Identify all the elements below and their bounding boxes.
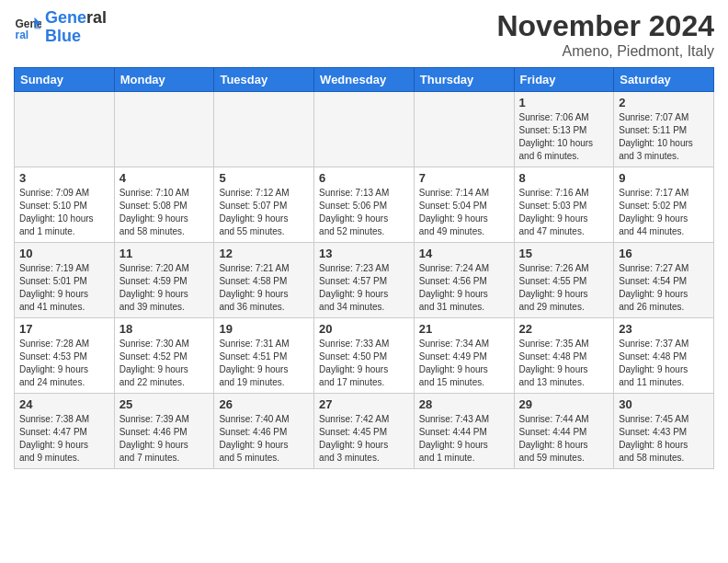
logo: Gene ral General Blue — [14, 9, 107, 46]
day-info: Sunrise: 7:33 AMSunset: 4:50 PMDaylight:… — [319, 338, 409, 389]
day-number: 17 — [19, 322, 109, 336]
day-info: Sunrise: 7:38 AMSunset: 4:47 PMDaylight:… — [19, 413, 109, 465]
calendar-cell: 13Sunrise: 7:23 AMSunset: 4:57 PMDayligh… — [314, 243, 415, 318]
day-info: Sunrise: 7:24 AMSunset: 4:56 PMDaylight:… — [419, 262, 509, 314]
weekday-header-monday: Monday — [114, 68, 214, 92]
day-number: 9 — [619, 171, 709, 185]
day-info: Sunrise: 7:34 AMSunset: 4:49 PMDaylight:… — [419, 338, 509, 389]
calendar-cell: 28Sunrise: 7:43 AMSunset: 4:44 PMDayligh… — [414, 394, 514, 469]
calendar-cell: 26Sunrise: 7:40 AMSunset: 4:46 PMDayligh… — [214, 394, 314, 469]
day-info: Sunrise: 7:12 AMSunset: 5:07 PMDaylight:… — [219, 187, 309, 238]
calendar-cell: 16Sunrise: 7:27 AMSunset: 4:54 PMDayligh… — [614, 243, 714, 318]
day-number: 30 — [619, 397, 709, 411]
logo-icon: Gene ral — [14, 14, 41, 41]
calendar-cell: 22Sunrise: 7:35 AMSunset: 4:48 PMDayligh… — [514, 318, 614, 394]
day-number: 4 — [119, 171, 210, 185]
weekday-header-wednesday: Wednesday — [314, 68, 415, 92]
calendar-cell: 27Sunrise: 7:42 AMSunset: 4:45 PMDayligh… — [314, 394, 415, 469]
calendar-cell: 4Sunrise: 7:10 AMSunset: 5:08 PMDaylight… — [114, 167, 214, 243]
header: Gene ral General Blue November 2024 Amen… — [14, 9, 714, 60]
day-info: Sunrise: 7:19 AMSunset: 5:01 PMDaylight:… — [19, 262, 109, 314]
day-number: 29 — [519, 397, 609, 411]
logo-text: General Blue — [45, 9, 107, 46]
day-info: Sunrise: 7:16 AMSunset: 5:03 PMDaylight:… — [519, 187, 609, 238]
calendar-cell: 11Sunrise: 7:20 AMSunset: 4:59 PMDayligh… — [114, 243, 214, 318]
calendar-week-row: 1Sunrise: 7:06 AMSunset: 5:13 PMDaylight… — [15, 92, 714, 167]
day-info: Sunrise: 7:06 AMSunset: 5:13 PMDaylight:… — [519, 111, 609, 163]
calendar-cell — [15, 92, 115, 167]
weekday-header-row: SundayMondayTuesdayWednesdayThursdayFrid… — [15, 68, 714, 92]
weekday-header-saturday: Saturday — [614, 68, 714, 92]
day-number: 22 — [519, 322, 609, 336]
day-info: Sunrise: 7:37 AMSunset: 4:48 PMDaylight:… — [619, 338, 709, 389]
day-number: 25 — [119, 397, 210, 411]
day-number: 20 — [319, 322, 409, 336]
weekday-header-sunday: Sunday — [15, 68, 115, 92]
day-number: 19 — [219, 322, 309, 336]
calendar-cell: 24Sunrise: 7:38 AMSunset: 4:47 PMDayligh… — [15, 394, 115, 469]
day-number: 16 — [619, 247, 709, 260]
calendar-cell: 7Sunrise: 7:14 AMSunset: 5:04 PMDaylight… — [414, 167, 514, 243]
calendar-cell: 9Sunrise: 7:17 AMSunset: 5:02 PMDaylight… — [614, 167, 714, 243]
calendar-cell: 30Sunrise: 7:45 AMSunset: 4:43 PMDayligh… — [614, 394, 714, 469]
calendar-cell: 10Sunrise: 7:19 AMSunset: 5:01 PMDayligh… — [15, 243, 115, 318]
calendar-cell: 23Sunrise: 7:37 AMSunset: 4:48 PMDayligh… — [614, 318, 714, 394]
day-info: Sunrise: 7:44 AMSunset: 4:44 PMDaylight:… — [519, 413, 609, 465]
day-info: Sunrise: 7:28 AMSunset: 4:53 PMDaylight:… — [19, 338, 109, 389]
day-number: 3 — [19, 171, 109, 185]
month-title: November 2024 — [496, 9, 714, 43]
calendar-cell: 29Sunrise: 7:44 AMSunset: 4:44 PMDayligh… — [514, 394, 614, 469]
day-number: 23 — [619, 322, 709, 336]
day-info: Sunrise: 7:07 AMSunset: 5:11 PMDaylight:… — [619, 111, 709, 163]
calendar-cell — [314, 92, 415, 167]
calendar-cell: 6Sunrise: 7:13 AMSunset: 5:06 PMDaylight… — [314, 167, 415, 243]
weekday-header-tuesday: Tuesday — [214, 68, 314, 92]
calendar-cell: 20Sunrise: 7:33 AMSunset: 4:50 PMDayligh… — [314, 318, 415, 394]
day-number: 26 — [219, 397, 309, 411]
calendar-cell: 15Sunrise: 7:26 AMSunset: 4:55 PMDayligh… — [514, 243, 614, 318]
calendar-cell: 18Sunrise: 7:30 AMSunset: 4:52 PMDayligh… — [114, 318, 214, 394]
calendar-cell: 12Sunrise: 7:21 AMSunset: 4:58 PMDayligh… — [214, 243, 314, 318]
day-number: 2 — [619, 96, 709, 109]
day-info: Sunrise: 7:40 AMSunset: 4:46 PMDaylight:… — [219, 413, 309, 465]
day-number: 1 — [519, 96, 609, 109]
day-info: Sunrise: 7:43 AMSunset: 4:44 PMDaylight:… — [419, 413, 509, 465]
calendar-week-row: 17Sunrise: 7:28 AMSunset: 4:53 PMDayligh… — [15, 318, 714, 394]
day-number: 13 — [319, 247, 409, 260]
svg-text:ral: ral — [16, 29, 29, 41]
day-info: Sunrise: 7:27 AMSunset: 4:54 PMDaylight:… — [619, 262, 709, 314]
day-info: Sunrise: 7:13 AMSunset: 5:06 PMDaylight:… — [319, 187, 409, 238]
location: Ameno, Piedmont, Italy — [496, 43, 714, 60]
calendar-cell: 8Sunrise: 7:16 AMSunset: 5:03 PMDaylight… — [514, 167, 614, 243]
day-info: Sunrise: 7:45 AMSunset: 4:43 PMDaylight:… — [619, 413, 709, 465]
day-number: 27 — [319, 397, 409, 411]
calendar-cell — [414, 92, 514, 167]
day-number: 15 — [519, 247, 609, 260]
day-info: Sunrise: 7:35 AMSunset: 4:48 PMDaylight:… — [519, 338, 609, 389]
day-number: 6 — [319, 171, 409, 185]
day-number: 21 — [419, 322, 509, 336]
day-number: 7 — [419, 171, 509, 185]
day-number: 5 — [219, 171, 309, 185]
day-info: Sunrise: 7:09 AMSunset: 5:10 PMDaylight:… — [19, 187, 109, 238]
calendar-week-row: 24Sunrise: 7:38 AMSunset: 4:47 PMDayligh… — [15, 394, 714, 469]
calendar-cell: 2Sunrise: 7:07 AMSunset: 5:11 PMDaylight… — [614, 92, 714, 167]
day-info: Sunrise: 7:39 AMSunset: 4:46 PMDaylight:… — [119, 413, 210, 465]
calendar-cell — [114, 92, 214, 167]
day-number: 14 — [419, 247, 509, 260]
calendar-cell: 25Sunrise: 7:39 AMSunset: 4:46 PMDayligh… — [114, 394, 214, 469]
calendar-cell — [214, 92, 314, 167]
calendar-cell: 21Sunrise: 7:34 AMSunset: 4:49 PMDayligh… — [414, 318, 514, 394]
calendar-cell: 1Sunrise: 7:06 AMSunset: 5:13 PMDaylight… — [514, 92, 614, 167]
title-area: November 2024 Ameno, Piedmont, Italy — [496, 9, 714, 60]
day-info: Sunrise: 7:23 AMSunset: 4:57 PMDaylight:… — [319, 262, 409, 314]
calendar-week-row: 10Sunrise: 7:19 AMSunset: 5:01 PMDayligh… — [15, 243, 714, 318]
day-number: 11 — [119, 247, 210, 260]
calendar-cell: 17Sunrise: 7:28 AMSunset: 4:53 PMDayligh… — [15, 318, 115, 394]
weekday-header-thursday: Thursday — [414, 68, 514, 92]
calendar-cell: 3Sunrise: 7:09 AMSunset: 5:10 PMDaylight… — [15, 167, 115, 243]
day-info: Sunrise: 7:20 AMSunset: 4:59 PMDaylight:… — [119, 262, 210, 314]
day-number: 8 — [519, 171, 609, 185]
day-number: 28 — [419, 397, 509, 411]
day-info: Sunrise: 7:10 AMSunset: 5:08 PMDaylight:… — [119, 187, 210, 238]
